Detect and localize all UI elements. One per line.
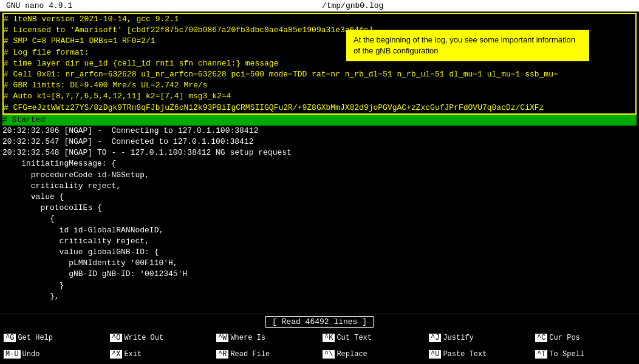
menu-label: Cut Text [337,334,372,342]
comment-block: # lteNB version 2021-10-14, gcc 9.2.1# L… [2,13,637,115]
editor-line: value globalGNB-ID: { [2,247,637,258]
menu-key: ^T [535,350,547,359]
menu-key: M-U [4,350,21,359]
editor-line: 20:32:32.547 [NGAP] - Connected to 127.0… [2,136,637,147]
editor-line: }, [2,291,637,302]
editor-line: value { [2,192,637,203]
status-bar: [ Read 46492 lines ] [0,314,639,329]
menu-label: Where Is [230,334,265,342]
editor-line: criticality reject, [2,236,637,247]
status-message: [ Read 46492 lines ] [265,316,374,328]
menu-key: ^U [429,350,441,359]
editor-line: pLMNIdentity '00F110'H, [2,258,637,269]
menu-key: ^\ [323,350,335,359]
menu-key: ^O [110,334,122,342]
menu-item[interactable]: ^UPaste Text [425,346,531,362]
editor-line: initiatingMessage: { [2,158,637,169]
app-name: GNU nano 4.9.1 [6,1,72,10]
menu-item[interactable]: ^KCut Text [319,329,425,346]
editor-line: 20:32:32.386 [NGAP] - Connecting to 127.… [2,126,637,136]
editor-line: { [2,214,637,224]
menu-item[interactable]: ^OWrite Out [106,329,213,346]
editor-line: # Auto k1=[8,7,7,6,5,4,12,11] k2=[7,4] m… [4,91,635,102]
editor-line: # GBR limits: DL=9.400 Mre/s UL=2.742 Mr… [4,80,635,91]
editor-line: # CFG=eJztWWtz27YS/8zDgk9TRn8qFJbjuZ6cN1… [4,103,635,113]
menu-item[interactable]: M-UUndo [0,346,106,362]
editor-line: gNB-ID gNB-ID: '0012345'H [2,269,637,280]
editor-line: id id-GlobalRANNodeID, [2,225,637,236]
annotation-box: At the beginning of the log, you see som… [346,30,589,61]
menu-label: Replace [337,350,367,359]
menu-item[interactable]: ^\Replace [319,346,425,362]
editor-line: procedureCode id-NGSetup, [2,170,637,181]
menu-item[interactable]: ^RRead File [213,346,319,362]
menu-key: ^R [216,350,228,359]
menu-bar: ^GGet Help^OWrite Out^WWhere Is^KCut Tex… [0,329,639,362]
menu-label: Get Help [18,334,53,342]
title-bar: GNU nano 4.9.1 /tmp/gnb0.log [0,0,639,12]
menu-key: ^X [110,350,122,359]
editor-line: criticality reject, [2,181,637,192]
menu-label: Cur Pos [549,334,579,342]
menu-label: To Spell [549,350,584,359]
editor-area[interactable]: # lteNB version 2021-10-14, gcc 9.2.1# L… [0,12,639,314]
menu-label: Paste Text [443,350,487,359]
menu-item[interactable]: ^WWhere Is [213,329,319,346]
menu-key: ^K [323,334,335,342]
lines-container: # Started20:32:32.386 [NGAP] - Connectin… [2,115,637,302]
menu-label: Undo [22,350,40,359]
menu-key: ^C [535,334,547,342]
annotation-text: At the beginning of the log, you see som… [354,35,575,55]
menu-item[interactable]: ^XExit [106,346,213,362]
editor-line: # lteNB version 2021-10-14, gcc 9.2.1 [4,14,635,25]
menu-label: Justify [443,334,473,342]
editor-line: # Cell 0x01: nr_arfcn=632628 ul_nr_arfcn… [4,69,635,80]
menu-label: Read File [230,350,270,359]
file-path: /tmp/gnb0.log [322,1,383,10]
menu-item[interactable]: ^JJustify [425,329,531,346]
menu-key: ^W [216,334,228,342]
menu-item[interactable]: ^CCur Pos [531,329,638,346]
editor-line: # Started [2,115,637,126]
menu-item[interactable]: ^TTo Spell [531,346,638,362]
editor-line: 20:32:32.548 [NGAP] TO - - 127.0.1.100:3… [2,147,637,158]
editor-line: } [2,280,637,291]
menu-label: Exit [124,350,142,359]
menu-item[interactable]: ^GGet Help [0,329,106,346]
menu-label: Write Out [124,334,163,342]
menu-key: ^J [429,334,441,342]
menu-key: ^G [4,334,16,342]
editor-line: protocolIEs { [2,203,637,214]
